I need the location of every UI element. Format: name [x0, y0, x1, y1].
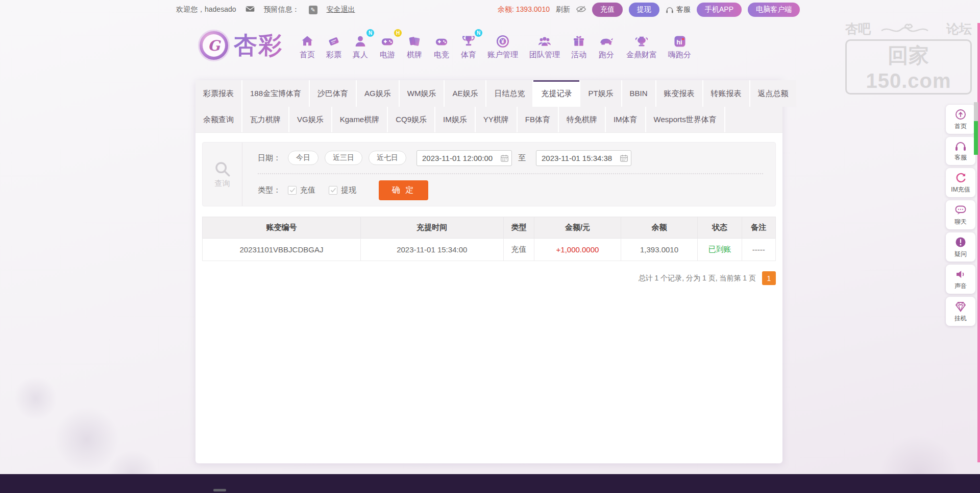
filter-panel: 查询 日期： 今日 近三日 近七日 至 类型： [202, 142, 776, 206]
date-to-input[interactable] [536, 150, 631, 166]
logout-link[interactable]: 安全退出 [327, 5, 355, 14]
cell-record-id: 20231101VBBJCDBGAJ [203, 239, 361, 261]
im-recharge-icon [954, 172, 967, 184]
range-today-button[interactable]: 今日 [288, 151, 318, 165]
date-label: 日期： [258, 153, 281, 163]
tab-item[interactable]: AG娱乐 [357, 80, 399, 107]
tab-item[interactable]: 余额查询 [195, 107, 241, 132]
range-7days-button[interactable]: 近七日 [369, 151, 406, 165]
range-3days-button[interactable]: 近三日 [325, 151, 362, 165]
cell-balance: 1,393.0010 [621, 239, 697, 261]
tab-item[interactable]: CQ9娱乐 [388, 107, 434, 132]
nav-item-home[interactable]: 首页 [300, 31, 315, 60]
trophy-icon: N [461, 31, 476, 49]
brand-logo[interactable]: G 杏彩 [198, 30, 283, 61]
type-recharge-checkbox[interactable]: 充值 [288, 185, 315, 195]
tab-item[interactable]: IM体育 [606, 107, 645, 132]
tab-item[interactable]: 日结总览 [486, 80, 532, 107]
pc-client-button[interactable]: 电脑客户端 [748, 3, 800, 17]
nav-item-promotions[interactable]: 活动 [571, 31, 586, 60]
tab-item[interactable]: AE娱乐 [445, 80, 485, 107]
edit-pencil-icon[interactable]: ✎ [309, 6, 317, 14]
tab-item[interactable]: VG娱乐 [289, 107, 331, 132]
eye-off-icon[interactable] [576, 6, 586, 14]
sound-icon [954, 268, 967, 280]
tab-item[interactable]: 瓦力棋牌 [242, 107, 288, 132]
pagination-summary: 总计 1 个记录, 分为 1 页, 当前第 1 页 [639, 274, 756, 283]
hi-icon: hi [673, 31, 687, 49]
nav-item-boardgames[interactable]: 棋牌 [407, 31, 422, 60]
page-1-button[interactable]: 1 [762, 271, 776, 285]
checkbox-icon [288, 186, 297, 195]
nav-item-team[interactable]: 团队管理 [529, 31, 560, 60]
customer-service-link[interactable]: 客服 [666, 5, 691, 14]
watermark-domain: 回家150.com [845, 39, 972, 95]
mail-icon[interactable] [246, 6, 255, 14]
tab-item[interactable]: 沙巴体育 [310, 80, 356, 107]
nav-item-hipaofen[interactable]: hi 嗨跑分 [668, 31, 691, 60]
account-coin-icon: ¥ [495, 31, 510, 49]
toolbar-chat[interactable]: 聊天 [946, 200, 975, 229]
date-from-input[interactable] [416, 150, 512, 166]
nav-item-esports[interactable]: 电竞 [433, 31, 450, 60]
nav-item-lottery[interactable]: 彩票 [326, 31, 341, 60]
tab-item-active[interactable]: 充提记录 [533, 80, 579, 107]
balance-value: 1393.0010 [516, 5, 550, 13]
confirm-button[interactable]: 确 定 [379, 180, 428, 200]
watermark-left-text: 杏吧 [845, 20, 871, 37]
tab-item[interactable]: 188金宝博体育 [242, 80, 309, 107]
tab-item[interactable]: WM娱乐 [400, 80, 444, 107]
team-icon [536, 31, 553, 49]
toolbar-sound[interactable]: 声音 [946, 265, 975, 294]
tab-item[interactable]: 账变报表 [656, 80, 702, 107]
tab-item[interactable]: 返点总额 [750, 80, 796, 107]
site-header: G 杏彩 首页 彩票 N 真人 H 电游 棋牌 电竞 N 体育 [198, 26, 697, 65]
tabs-filler [725, 107, 782, 132]
nav-item-paofen[interactable]: 跑分 [598, 31, 615, 60]
gem-icon [954, 300, 967, 313]
tab-item[interactable]: Wesports世界体育 [646, 107, 724, 132]
recharge-button[interactable]: 充值 [592, 3, 623, 17]
query-block: 查询 [203, 143, 242, 206]
tab-item[interactable]: Kgame棋牌 [332, 107, 387, 132]
tab-item[interactable]: FB体育 [518, 107, 558, 132]
ticket-icon [326, 31, 341, 49]
col-header: 账变编号 [203, 217, 361, 239]
watermark: 杏吧 论坛 回家150.com [845, 20, 972, 95]
tab-item[interactable]: YY棋牌 [476, 107, 517, 132]
tab-item[interactable]: 转账报表 [703, 80, 749, 107]
tab-item[interactable]: 彩票报表 [195, 80, 241, 107]
tab-item[interactable]: 特免棋牌 [559, 107, 605, 132]
scrollbar-thumb[interactable] [974, 121, 978, 155]
tab-item[interactable]: BBIN [622, 80, 655, 107]
balance-text: 余额:1393.0010 [498, 5, 550, 14]
tab-item[interactable]: PT娱乐 [580, 80, 621, 107]
tab-item[interactable]: IM娱乐 [435, 107, 475, 132]
checkbox-icon [329, 186, 337, 195]
toolbar-im-recharge[interactable]: IM充值 [946, 168, 975, 197]
nav-item-live[interactable]: N 真人 [353, 31, 368, 60]
table-header-row: 账变编号 充提时间 类型 金额/元 余额 状态 备注 [203, 217, 776, 239]
new-badge: N [366, 29, 374, 37]
calendar-icon [501, 154, 508, 162]
nav-item-wealth[interactable]: 金鼎财富 [626, 31, 657, 60]
col-header: 状态 [698, 217, 742, 239]
content-panel: 彩票报表 188金宝博体育 沙巴体育 AG娱乐 WM娱乐 AE娱乐 日结总览 充… [195, 80, 782, 463]
type-withdraw-checkbox[interactable]: 提现 [329, 185, 356, 195]
toolbar-customer-service[interactable]: 客服 [946, 137, 975, 165]
scrollbar-track[interactable] [974, 102, 978, 121]
withdraw-button[interactable]: 提现 [629, 3, 659, 17]
toolbar-question[interactable]: 疑问 [946, 232, 975, 262]
mobile-app-button[interactable]: 手机APP [697, 3, 742, 17]
footer-decoration [213, 489, 226, 491]
date-to-wrap [536, 150, 631, 166]
toolbar-back-to-top[interactable]: 首页 [946, 105, 975, 134]
nav-item-sports[interactable]: N 体育 [461, 31, 476, 60]
nav-item-slots[interactable]: H 电游 [379, 31, 396, 60]
refresh-link[interactable]: 刷新 [556, 5, 570, 14]
cell-amount: +1,000.0000 [534, 239, 621, 261]
toolbar-idle[interactable]: 挂机 [946, 297, 975, 326]
brand-name: 杏彩 [234, 30, 283, 61]
flourish-icon [880, 22, 937, 36]
nav-item-account[interactable]: ¥ 账户管理 [487, 31, 518, 60]
